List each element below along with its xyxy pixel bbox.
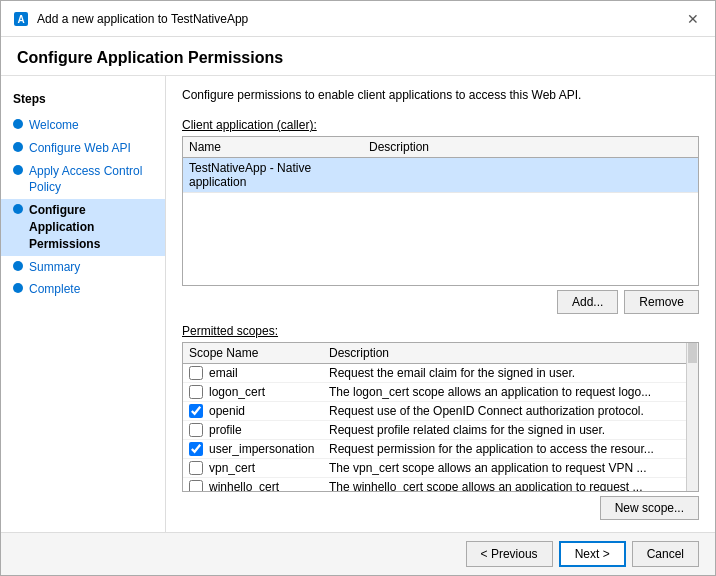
scope-row[interactable]: emailRequest the email claim for the sig… <box>183 364 686 383</box>
table-row[interactable]: TestNativeApp - Native application <box>183 158 698 193</box>
svg-text:A: A <box>17 14 24 25</box>
step-dot-configure-web <box>13 142 23 152</box>
scope-desc-profile: Request profile related claims for the s… <box>329 423 680 437</box>
scope-checkbox-email[interactable] <box>189 366 203 380</box>
sidebar-item-label-summary: Summary <box>29 259 80 276</box>
step-dot-welcome <box>13 119 23 129</box>
steps-label: Steps <box>1 88 165 114</box>
scope-row[interactable]: openidRequest use of the OpenID Connect … <box>183 402 686 421</box>
caller-table-header: Name Description <box>183 137 698 158</box>
main-panel: Configure permissions to enable client a… <box>166 76 715 532</box>
scope-row[interactable]: vpn_certThe vpn_cert scope allows an app… <box>183 459 686 478</box>
scope-checkbox-profile[interactable] <box>189 423 203 437</box>
caller-col-name: Name <box>189 140 369 154</box>
sidebar: Steps Welcome Configure Web API Apply Ac… <box>1 76 166 532</box>
scope-checkbox-logon_cert[interactable] <box>189 385 203 399</box>
step-dot-configure-app <box>13 204 23 214</box>
scope-desc-logon_cert: The logon_cert scope allows an applicati… <box>329 385 680 399</box>
scope-desc-email: Request the email claim for the signed i… <box>329 366 680 380</box>
scope-desc-openid: Request use of the OpenID Connect author… <box>329 404 680 418</box>
caller-row-name: TestNativeApp - Native application <box>189 161 369 189</box>
step-dot-complete <box>13 283 23 293</box>
scope-name-email: email <box>209 366 329 380</box>
sidebar-item-welcome[interactable]: Welcome <box>1 114 165 137</box>
sidebar-item-configure-app[interactable]: Configure Application Permissions <box>1 199 165 255</box>
caller-section-label: Client application (caller): <box>182 118 699 132</box>
sidebar-item-label-configure-web: Configure Web API <box>29 140 131 157</box>
page-title: Configure Application Permissions <box>1 37 715 76</box>
caller-section: Client application (caller): Name Descri… <box>182 118 699 314</box>
footer: < Previous Next > Cancel <box>1 532 715 575</box>
scope-row[interactable]: profileRequest profile related claims fo… <box>183 421 686 440</box>
title-bar-text: Add a new application to TestNativeApp <box>37 12 248 26</box>
next-button[interactable]: Next > <box>559 541 626 567</box>
scope-checkbox-vpn_cert[interactable] <box>189 461 203 475</box>
description-text: Configure permissions to enable client a… <box>182 88 699 102</box>
permitted-section: Permitted scopes: Scope Name Description… <box>182 324 699 520</box>
cancel-button[interactable]: Cancel <box>632 541 699 567</box>
caller-row-desc <box>369 161 692 189</box>
close-button[interactable]: ✕ <box>683 9 703 29</box>
scope-checkbox-openid[interactable] <box>189 404 203 418</box>
scope-desc-winhello_cert: The winhello_cert scope allows an applic… <box>329 480 680 491</box>
new-scope-row: New scope... <box>182 496 699 520</box>
sidebar-item-access-control[interactable]: Apply Access Control Policy <box>1 160 165 200</box>
scopes-table-container: Scope Name Description emailRequest the … <box>182 342 699 492</box>
main-window: A Add a new application to TestNativeApp… <box>0 0 716 576</box>
caller-button-row: Add... Remove <box>182 290 699 314</box>
scope-row[interactable]: logon_certThe logon_cert scope allows an… <box>183 383 686 402</box>
scope-col-name-header: Scope Name <box>189 346 329 360</box>
step-dot-summary <box>13 261 23 271</box>
sidebar-item-label-configure-app: Configure Application Permissions <box>29 202 153 252</box>
title-bar: A Add a new application to TestNativeApp… <box>1 1 715 37</box>
scrollbar[interactable] <box>686 343 698 491</box>
sidebar-item-summary[interactable]: Summary <box>1 256 165 279</box>
caller-table-body: TestNativeApp - Native application <box>183 158 698 278</box>
add-button[interactable]: Add... <box>557 290 618 314</box>
scope-col-desc-header: Description <box>329 346 680 360</box>
scope-desc-vpn_cert: The vpn_cert scope allows an application… <box>329 461 680 475</box>
sidebar-item-configure-web[interactable]: Configure Web API <box>1 137 165 160</box>
scope-checkbox-user_impersonation[interactable] <box>189 442 203 456</box>
scope-checkbox-winhello_cert[interactable] <box>189 480 203 491</box>
app-icon: A <box>13 11 29 27</box>
scope-name-user_impersonation: user_impersonation <box>209 442 329 456</box>
scope-row[interactable]: user_impersonationRequest permission for… <box>183 440 686 459</box>
scope-name-winhello_cert: winhello_cert <box>209 480 329 491</box>
sidebar-item-label-welcome: Welcome <box>29 117 79 134</box>
content-area: Steps Welcome Configure Web API Apply Ac… <box>1 76 715 532</box>
step-dot-access-control <box>13 165 23 175</box>
scopes-inner: Scope Name Description emailRequest the … <box>183 343 686 491</box>
caller-table: Name Description TestNativeApp - Native … <box>182 136 699 286</box>
scope-name-profile: profile <box>209 423 329 437</box>
caller-col-desc: Description <box>369 140 692 154</box>
sidebar-item-complete[interactable]: Complete <box>1 278 165 301</box>
scope-row[interactable]: winhello_certThe winhello_cert scope all… <box>183 478 686 491</box>
previous-button[interactable]: < Previous <box>466 541 553 567</box>
sidebar-item-label-access-control: Apply Access Control Policy <box>29 163 153 197</box>
remove-button[interactable]: Remove <box>624 290 699 314</box>
title-bar-left: A Add a new application to TestNativeApp <box>13 11 248 27</box>
scope-name-vpn_cert: vpn_cert <box>209 461 329 475</box>
scope-name-logon_cert: logon_cert <box>209 385 329 399</box>
new-scope-button[interactable]: New scope... <box>600 496 699 520</box>
permitted-label: Permitted scopes: <box>182 324 699 338</box>
scopes-table-body: emailRequest the email claim for the sig… <box>183 364 686 491</box>
scope-name-openid: openid <box>209 404 329 418</box>
scope-desc-user_impersonation: Request permission for the application t… <box>329 442 680 456</box>
scopes-table-header: Scope Name Description <box>183 343 686 364</box>
sidebar-item-label-complete: Complete <box>29 281 80 298</box>
